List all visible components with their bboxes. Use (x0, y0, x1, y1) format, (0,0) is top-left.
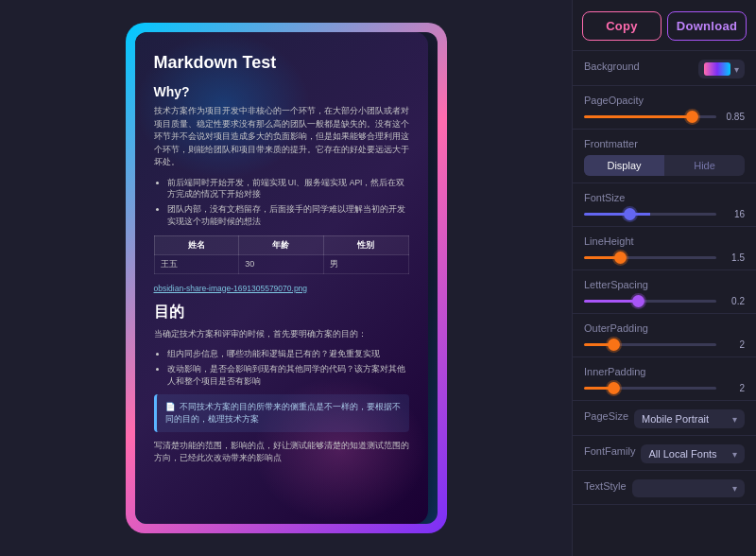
frontmatter-label: Frontmatter (584, 138, 745, 149)
card-section2-heading: 目的 (154, 303, 409, 322)
callout-icon: 📄 (165, 402, 176, 411)
text-style-dropdown[interactable]: ▾ (632, 479, 745, 497)
gradient-border: Markdown Test Why? 技术方案作为项目开发中非核心的一个环节，在… (126, 23, 447, 533)
table-cell-name: 王五 (154, 254, 239, 273)
letter-spacing-label: LetterSpacing (584, 279, 745, 290)
background-row: Background ▾ (584, 60, 745, 78)
card-bullet-1-1: 前后端同时开始开发，前端实现 UI、服务端实现 API，然后在双方完成的情况下开… (167, 177, 409, 201)
font-size-value: 16 (720, 209, 745, 219)
text-style-label: TextStyle (584, 480, 627, 492)
font-family-value: All Local Fonts (648, 448, 716, 460)
line-height-label: LineHeight (584, 235, 745, 247)
callout-text: 不同技术方案的目的所带来的侧重点是不一样的，要根据不同的目的，梳理技术方案 (165, 402, 401, 424)
card-bullet-1-2: 团队内部，没有文档留存，后面接手的同学难以理解当初的开发实现这个功能时候的想法 (167, 203, 409, 228)
preview-outer: Markdown Test Why? 技术方案作为项目开发中非核心的一个环节，在… (126, 23, 447, 533)
card-bullets-2: 组内同步信息，哪些功能和逻辑是已有的？避免重复实现 改动影响，是否会影响到现有的… (167, 348, 409, 387)
font-size-slider-row: 16 (584, 209, 745, 219)
page-size-chevron-icon: ▾ (732, 414, 737, 425)
card-bullets-1: 前后端同时开始开发，前端实现 UI、服务端实现 API，然后在双方完成的情况下开… (167, 177, 409, 228)
chevron-down-icon: ▾ (734, 64, 739, 75)
frontmatter-hide-button[interactable]: Hide (664, 155, 745, 176)
text-style-row: TextStyle ▾ (584, 479, 745, 497)
letter-spacing-slider[interactable] (584, 300, 716, 303)
outer-padding-slider-row: 2 (584, 339, 745, 350)
text-style-section: TextStyle ▾ (573, 471, 756, 505)
background-section: Background ▾ (573, 51, 756, 86)
page-size-label: PageSize (584, 410, 628, 422)
outer-padding-slider[interactable] (584, 343, 716, 346)
line-height-section: LineHeight 1.5 (573, 227, 756, 270)
font-size-section: FontSize 16 (573, 183, 756, 227)
page-opacity-slider[interactable] (584, 115, 716, 118)
page-opacity-slider-row: 0.85 (584, 112, 745, 122)
letter-spacing-section: LetterSpacing 0.2 (573, 270, 756, 314)
page-size-dropdown[interactable]: Mobile Portrait ▾ (634, 409, 745, 428)
preview-card: Markdown Test Why? 技术方案作为项目开发中非核心的一个环节，在… (135, 32, 428, 524)
frontmatter-section: Frontmatter Display Hide (573, 130, 756, 183)
preview-area: Markdown Test Why? 技术方案作为项目开发中非核心的一个环节，在… (0, 0, 572, 556)
font-family-section: FontFamily All Local Fonts ▾ (573, 436, 756, 471)
inner-padding-value: 2 (720, 383, 745, 393)
table-cell-gender: 男 (323, 254, 408, 273)
line-height-slider-row: 1.5 (584, 252, 745, 263)
table-row: 王五 30 男 (154, 254, 408, 273)
line-height-slider[interactable] (584, 256, 716, 259)
card-title: Markdown Test (154, 53, 409, 73)
page-size-row: PageSize Mobile Portrait ▾ (584, 409, 745, 428)
frontmatter-toggle-group: Display Hide (584, 155, 745, 176)
text-style-chevron-icon: ▾ (732, 483, 737, 494)
page-opacity-section: PageOpacity 0.85 (573, 86, 756, 130)
font-family-dropdown[interactable]: All Local Fonts ▾ (641, 444, 745, 463)
background-swatch[interactable]: ▾ (698, 60, 745, 78)
line-height-value: 1.5 (720, 252, 745, 263)
inner-padding-slider-row: 2 (584, 383, 745, 393)
page-opacity-value: 0.85 (720, 112, 745, 122)
card-bullet-2-1: 组内同步信息，哪些功能和逻辑是已有的？避免重复实现 (167, 348, 409, 360)
font-family-row: FontFamily All Local Fonts ▾ (584, 444, 745, 463)
panel-toolbar: Copy Download (573, 0, 756, 51)
card-section3-body: 写清楚功能的范围，影响的点，好让测试能够清楚的知道测试范围的方向，已经此次改动带… (154, 440, 409, 465)
inner-padding-label: InnerPadding (584, 366, 745, 377)
card-callout: 📄不同技术方案的目的所带来的侧重点是不一样的，要根据不同的目的，梳理技术方案 (154, 394, 409, 432)
outer-padding-section: OuterPadding 2 (573, 314, 756, 357)
right-panel: Copy Download Background ▾ PageOpacity 0… (572, 0, 756, 556)
table-header-name: 姓名 (154, 235, 239, 254)
font-size-label: FontSize (584, 192, 745, 203)
card-section2-body: 当确定技术方案和评审的时候，首先要明确方案的目的： (154, 328, 409, 341)
page-size-section: PageSize Mobile Portrait ▾ (573, 401, 756, 436)
gradient-pill (704, 62, 730, 76)
card-link[interactable]: obsidian-share-image-1691305579070.png (154, 284, 409, 293)
card-table: 姓名 年龄 性别 王五 30 男 (154, 235, 409, 274)
outer-padding-value: 2 (720, 339, 745, 350)
font-size-slider[interactable] (584, 213, 716, 216)
font-family-chevron-icon: ▾ (732, 449, 737, 460)
card-bullet-2-2: 改动影响，是否会影响到现有的其他同学的代码？该方案对其他人和整个项目是否有影响 (167, 363, 409, 388)
frontmatter-display-button[interactable]: Display (584, 155, 664, 176)
card-section1-body: 技术方案作为项目开发中非核心的一个环节，在大部分小团队或者对项目质量、稳定性要求… (154, 105, 409, 169)
inner-padding-slider[interactable] (584, 387, 716, 390)
copy-button[interactable]: Copy (582, 11, 662, 41)
table-header-age: 年龄 (239, 235, 324, 254)
letter-spacing-value: 0.2 (720, 296, 745, 306)
background-label: Background (584, 61, 640, 72)
table-header-gender: 性别 (323, 235, 408, 254)
page-opacity-label: PageOpacity (584, 95, 745, 106)
outer-padding-label: OuterPadding (584, 322, 745, 334)
preview-inner-bg: Markdown Test Why? 技术方案作为项目开发中非核心的一个环节，在… (135, 32, 438, 524)
card-content: Markdown Test Why? 技术方案作为项目开发中非核心的一个环节，在… (154, 53, 409, 465)
table-cell-age: 30 (239, 254, 324, 273)
download-button[interactable]: Download (667, 11, 747, 41)
font-family-label: FontFamily (584, 445, 635, 457)
page-size-value: Mobile Portrait (642, 413, 709, 425)
card-section1-heading: Why? (154, 84, 409, 99)
inner-padding-section: InnerPadding 2 (573, 357, 756, 401)
letter-spacing-slider-row: 0.2 (584, 296, 745, 306)
